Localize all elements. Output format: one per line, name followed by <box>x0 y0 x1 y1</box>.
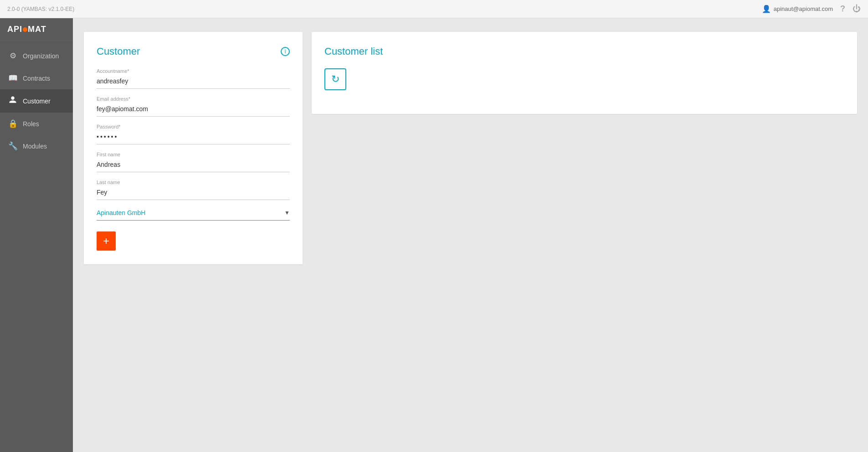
sidebar-item-label: Organization <box>23 52 59 60</box>
plus-icon: + <box>103 235 109 247</box>
chevron-down-icon: ▼ <box>284 210 290 216</box>
sidebar-logo: APIMAT <box>0 18 73 41</box>
email-field: Email address* <box>97 96 290 117</box>
password-label: Password* <box>97 124 290 129</box>
password-input[interactable] <box>97 131 290 144</box>
book-icon: 📖 <box>8 73 17 83</box>
password-field: Password* <box>97 124 290 144</box>
sidebar-item-contracts[interactable]: 📖 Contracts <box>0 67 73 89</box>
accountname-input[interactable] <box>97 76 290 89</box>
topbar-user: 👤 apinaut@apiomat.com <box>762 5 833 13</box>
user-email: apinaut@apiomat.com <box>774 5 833 12</box>
firstname-label: First name <box>97 152 290 157</box>
sidebar-item-modules[interactable]: 🔧 Modules <box>0 135 73 157</box>
main-content: Customer i Accountname* Email address* P… <box>73 18 868 452</box>
customer-list-card: Customer list ↻ <box>312 32 857 114</box>
customer-card-header: Customer i <box>97 46 290 57</box>
wrench-icon: 🔧 <box>8 141 17 151</box>
email-label: Email address* <box>97 96 290 102</box>
lastname-label: Last name <box>97 180 290 185</box>
refresh-icon: ↻ <box>331 73 339 85</box>
topbar: 2.0-0 (YAMBAS: v2.1.0-EE) 👤 apinaut@apio… <box>0 0 868 18</box>
customer-card: Customer i Accountname* Email address* P… <box>84 32 303 264</box>
sidebar: APIMAT ⚙ Organization 📖 Contracts Custom… <box>0 18 73 452</box>
sidebar-item-label: Contracts <box>23 75 50 82</box>
lastname-field: Last name <box>97 180 290 200</box>
customer-card-title: Customer <box>97 46 140 57</box>
add-button[interactable]: + <box>97 231 116 251</box>
lastname-input[interactable] <box>97 187 290 200</box>
help-icon[interactable]: ? <box>840 4 845 14</box>
version-label: 2.0-0 (YAMBAS: v2.1.0-EE) <box>7 6 74 12</box>
sidebar-item-label: Modules <box>23 143 47 150</box>
email-input[interactable] <box>97 103 290 117</box>
user-icon <box>8 96 17 106</box>
refresh-button[interactable]: ↻ <box>324 68 346 90</box>
logo-text: APIMAT <box>7 25 46 34</box>
info-icon[interactable]: i <box>281 47 290 56</box>
sidebar-nav: ⚙ Organization 📖 Contracts Customer 🔒 Ro… <box>0 41 73 157</box>
sidebar-item-label: Customer <box>23 98 51 105</box>
firstname-field: First name <box>97 152 290 172</box>
gear-icon: ⚙ <box>8 51 17 61</box>
customer-list-title: Customer list <box>324 46 383 57</box>
customer-list-header: Customer list <box>324 46 844 57</box>
accountname-label: Accountname* <box>97 68 290 74</box>
sidebar-item-customer[interactable]: Customer <box>0 89 73 113</box>
logo-circle <box>23 27 27 32</box>
power-icon[interactable]: ⏻ <box>853 4 861 14</box>
sidebar-item-organization[interactable]: ⚙ Organization <box>0 45 73 67</box>
sidebar-item-label: Roles <box>23 120 39 128</box>
firstname-input[interactable] <box>97 159 290 172</box>
lock-icon: 🔒 <box>8 119 17 128</box>
app-layout: APIMAT ⚙ Organization 📖 Contracts Custom… <box>0 18 868 452</box>
sidebar-item-roles[interactable]: 🔒 Roles <box>0 113 73 135</box>
person-icon: 👤 <box>762 5 771 13</box>
topbar-right: 👤 apinaut@apiomat.com ? ⏻ <box>762 4 861 14</box>
organization-dropdown[interactable]: Apinauten GmbH ▼ <box>97 209 290 221</box>
dropdown-value: Apinauten GmbH <box>97 209 145 216</box>
accountname-field: Accountname* <box>97 68 290 89</box>
